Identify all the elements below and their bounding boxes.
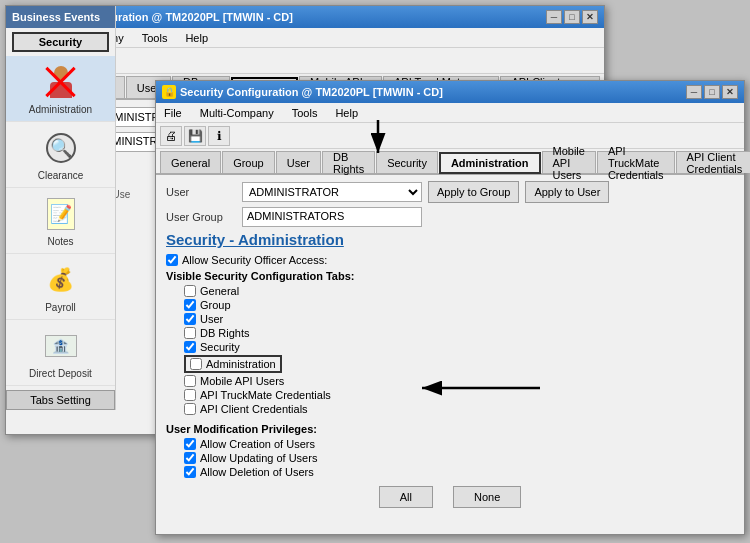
usergroup-label-win2: User Group [166, 211, 236, 223]
cb-administration[interactable] [190, 358, 202, 370]
usergroup-row-win2: User Group ADMINISTRATORS [166, 207, 734, 227]
cb-apiclient-label: API Client Credentials [200, 403, 308, 415]
win2-content: User ADMINISTRATOR Apply to Group Apply … [156, 175, 744, 514]
cb-administration-label: Administration [206, 358, 276, 370]
notes-icon-area: 📝 [38, 194, 84, 234]
security-sidebar-btn[interactable]: Security [12, 32, 109, 52]
cb-row-delete: Allow Deletion of Users [184, 466, 734, 478]
tab-checkbox-dbrights: DB Rights [184, 327, 734, 339]
tab-user-win2[interactable]: User [276, 151, 321, 173]
allow-officer-row: Allow Security Officer Access: [166, 254, 734, 266]
menu-file-win2[interactable]: File [160, 106, 186, 120]
sidebar-item-clearance[interactable]: 🔍 Clearance [6, 122, 115, 188]
user-mod-header: User Modification Privileges: [166, 423, 734, 435]
cb-create-label: Allow Creation of Users [200, 438, 315, 450]
toolbar-btn2-win2[interactable]: 💾 [184, 126, 206, 146]
sidebar-item-deposit[interactable]: 🏦 Direct Deposit [6, 320, 115, 386]
red-x-icon [38, 62, 84, 102]
sidebar-item-payroll[interactable]: 💰 Payroll [6, 254, 115, 320]
cb-create-users[interactable] [184, 438, 196, 450]
tab-administration-win2[interactable]: Administration [439, 152, 541, 174]
cb-row-create: Allow Creation of Users [184, 438, 734, 450]
sidebar-item-deposit-label: Direct Deposit [29, 368, 92, 379]
tab-mobileapi-win2[interactable]: Mobile API Users [542, 151, 596, 173]
sidebar-item-admin-label: Administration [29, 104, 92, 115]
cb-security[interactable] [184, 341, 196, 353]
sidebar-item-clearance-label: Clearance [38, 170, 84, 181]
cb-user[interactable] [184, 313, 196, 325]
cb-apiclient[interactable] [184, 403, 196, 415]
cb-security-label: Security [200, 341, 240, 353]
tab-checkbox-user: User [184, 313, 734, 325]
cb-update-label: Allow Updating of Users [200, 452, 317, 464]
deposit-icon: 🏦 [45, 335, 77, 357]
visible-tabs-checkboxes: General Group User DB Rights Security Ad… [184, 285, 734, 415]
tab-checkbox-group: Group [184, 299, 734, 311]
menu-tools-win2[interactable]: Tools [288, 106, 322, 120]
user-row-win2: User ADMINISTRATOR Apply to Group Apply … [166, 181, 734, 203]
minimize-btn-win2[interactable]: ─ [686, 85, 702, 99]
toolbar-info-win2[interactable]: ℹ [208, 126, 230, 146]
cb-update-users[interactable] [184, 452, 196, 464]
menu-multicompany-win2[interactable]: Multi-Company [196, 106, 278, 120]
tab-security-win2[interactable]: Security [376, 151, 438, 173]
visible-tabs-header: Visible Security Configuration Tabs: [166, 270, 734, 282]
cb-row-update: Allow Updating of Users [184, 452, 734, 464]
titlebar-controls-win2[interactable]: ─ □ ✕ [686, 85, 738, 99]
apply-to-group-btn-win2[interactable]: Apply to Group [428, 181, 519, 203]
tabs-setting-btn[interactable]: Tabs Setting [6, 390, 115, 410]
close-btn[interactable]: ✕ [582, 10, 598, 24]
sidebar-item-notes-label: Notes [47, 236, 73, 247]
menubar-win2: File Multi-Company Tools Help [156, 103, 744, 123]
sidebar-win1: Business Events Security Administration [6, 6, 116, 410]
notes-icon: 📝 [47, 198, 75, 230]
titlebar-win2: 🔒 Security Configuration @ TM2020PL [TMW… [156, 81, 744, 103]
payroll-icon: 💰 [45, 264, 77, 296]
tab-checkbox-apitruckmate: API TruckMate Credentials [184, 389, 734, 401]
tab-general-win2[interactable]: General [160, 151, 221, 173]
tab-checkbox-mobileapi: Mobile API Users [184, 375, 734, 387]
user-label-win2: User [166, 186, 236, 198]
foreground-window: 🔒 Security Configuration @ TM2020PL [TMW… [155, 80, 745, 535]
app-icon-win2: 🔒 [162, 85, 176, 99]
magnifier-icon: 🔍 [50, 137, 72, 159]
none-btn[interactable]: None [453, 486, 521, 508]
cb-dbrights[interactable] [184, 327, 196, 339]
titlebar-left-win2: 🔒 Security Configuration @ TM2020PL [TMW… [162, 85, 443, 99]
clearance-icon: 🔍 [46, 133, 76, 163]
tab-checkbox-general: General [184, 285, 734, 297]
menu-help-win2[interactable]: Help [331, 106, 362, 120]
tab-group-win2[interactable]: Group [222, 151, 275, 173]
apply-to-user-btn-win2[interactable]: Apply to User [525, 181, 609, 203]
tab-apitruckmate-win2[interactable]: API TruckMate Credentials [597, 151, 675, 173]
cb-group[interactable] [184, 299, 196, 311]
toolbar-btn1-win2[interactable]: 🖨 [160, 126, 182, 146]
user-select-win2[interactable]: ADMINISTRATOR [242, 182, 422, 202]
deposit-icon-area: 🏦 [38, 326, 84, 366]
page-title-win2: Security - Administration [166, 231, 734, 248]
menu-help-win1[interactable]: Help [181, 31, 212, 45]
titlebar-controls[interactable]: ─ □ ✕ [546, 10, 598, 24]
maximize-btn[interactable]: □ [564, 10, 580, 24]
sidebar-item-notes[interactable]: 📝 Notes [6, 188, 115, 254]
usergroup-value-win2: ADMINISTRATORS [242, 207, 422, 227]
cb-mobileapi[interactable] [184, 375, 196, 387]
cb-apitruckmate[interactable] [184, 389, 196, 401]
cb-group-label: Group [200, 299, 231, 311]
all-btn[interactable]: All [379, 486, 433, 508]
sidebar-item-administration[interactable]: Administration [6, 56, 115, 122]
menu-tools-win1[interactable]: Tools [138, 31, 172, 45]
cb-general[interactable] [184, 285, 196, 297]
close-btn-win2[interactable]: ✕ [722, 85, 738, 99]
payroll-icon-area: 💰 [38, 260, 84, 300]
win2-title: Security Configuration @ TM2020PL [TMWIN… [180, 86, 443, 98]
minimize-btn[interactable]: ─ [546, 10, 562, 24]
cb-general-label: General [200, 285, 239, 297]
cb-delete-label: Allow Deletion of Users [200, 466, 314, 478]
maximize-btn-win2[interactable]: □ [704, 85, 720, 99]
user-mod-checkboxes: Allow Creation of Users Allow Updating o… [184, 438, 734, 478]
cb-delete-users[interactable] [184, 466, 196, 478]
tab-apiclient-win2[interactable]: API Client Credentials [676, 151, 750, 173]
allow-officer-checkbox[interactable] [166, 254, 178, 266]
tab-dbrights-win2[interactable]: DB Rights [322, 151, 375, 173]
